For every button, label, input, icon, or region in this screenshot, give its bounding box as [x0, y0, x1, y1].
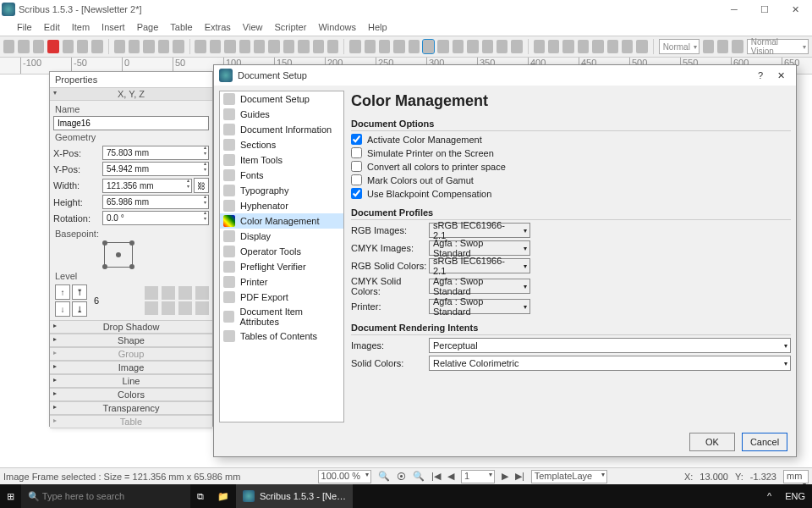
story-editor-icon[interactable] — [437, 40, 448, 53]
spiral-icon[interactable] — [313, 40, 324, 53]
xpos-input[interactable]: 75.803 mm — [102, 146, 209, 160]
unlink-frame-icon[interactable] — [467, 40, 478, 53]
nav-preflight[interactable]: Preflight Verifier — [220, 259, 343, 274]
close-button[interactable]: ✕ — [780, 0, 810, 19]
ok-button[interactable]: OK — [689, 433, 735, 451]
group-image[interactable]: Image — [50, 361, 212, 374]
nav-hyphenator[interactable]: Hyphenator — [220, 198, 343, 213]
preflight-icon[interactable] — [77, 40, 88, 53]
menu-insert[interactable]: Insert — [102, 22, 125, 32]
rotate-icon[interactable] — [393, 40, 404, 53]
zoom-icon[interactable] — [409, 40, 420, 53]
select-intent-solid[interactable]: Relative Colorimetric — [429, 356, 791, 371]
select-rgb-images[interactable]: sRGB IEC61966-2.1 — [429, 223, 530, 238]
flip-v-icon[interactable] — [195, 286, 209, 300]
pdf-check-icon[interactable] — [548, 40, 559, 53]
paste-icon[interactable] — [173, 40, 184, 53]
taskbar-app[interactable]: Scribus 1.5.3 - [Ne… — [236, 484, 353, 508]
zoom-in-icon[interactable]: 🔍 — [413, 471, 425, 482]
ypos-input[interactable]: 54.942 mm — [102, 162, 209, 176]
copy-props-icon[interactable] — [497, 40, 508, 53]
nav-document-setup[interactable]: Document Setup — [220, 91, 343, 107]
no-print-icon[interactable] — [178, 301, 192, 315]
polygon-icon[interactable] — [298, 40, 309, 53]
next-page-icon[interactable]: ▶ — [502, 471, 508, 482]
line-icon[interactable] — [327, 40, 338, 53]
menu-table[interactable]: Table — [170, 22, 192, 32]
select-cmyk-images[interactable]: Agfa : Swop Standard — [429, 240, 530, 256]
lock-icon[interactable] — [145, 301, 158, 315]
group-icon[interactable] — [145, 286, 158, 300]
nav-toc[interactable]: Tables of Contents — [220, 329, 343, 344]
close-icon[interactable] — [47, 40, 58, 53]
eyedropper-icon[interactable] — [511, 40, 522, 53]
menu-help[interactable]: Help — [368, 22, 387, 32]
move-up-button[interactable]: ↑ — [55, 284, 70, 300]
calligraphic-icon[interactable] — [379, 40, 390, 53]
checkbox-simulate-printer[interactable] — [351, 147, 362, 158]
group-drop-shadow[interactable]: Drop Shadow — [50, 320, 212, 334]
visual-combo[interactable]: Normal Vision — [747, 39, 809, 54]
quality-combo[interactable]: Normal — [659, 39, 700, 54]
zoom-reset-icon[interactable]: ⦿ — [397, 472, 406, 482]
checkbox-convert-colors[interactable] — [351, 161, 362, 172]
width-input[interactable]: 121.356 mm — [102, 179, 192, 193]
menu-scripter[interactable]: Scripter — [274, 22, 306, 32]
nav-guides[interactable]: Guides — [220, 107, 343, 122]
nav-sections[interactable]: Sections — [220, 137, 343, 152]
checkbox-activate-cm[interactable] — [351, 134, 362, 145]
nav-display[interactable]: Display — [220, 229, 343, 244]
basepoint-selector[interactable] — [104, 242, 133, 268]
open-icon[interactable] — [18, 40, 29, 53]
pdf-annot-icon[interactable] — [607, 40, 618, 53]
pdf-text-icon[interactable] — [562, 40, 573, 53]
search-input-taskbar[interactable]: 🔍 Type here to search — [21, 484, 190, 508]
link-wh-icon[interactable]: ⛓ — [194, 178, 209, 193]
ungroup-icon[interactable] — [162, 286, 175, 300]
measure-icon[interactable] — [482, 40, 493, 53]
print-icon[interactable] — [63, 40, 74, 53]
nav-printer[interactable]: Printer — [220, 274, 343, 290]
redo-icon[interactable] — [129, 40, 140, 53]
start-button[interactable]: ⊞ — [0, 484, 21, 508]
menu-extras[interactable]: Extras — [205, 22, 231, 32]
menu-item[interactable]: Item — [72, 22, 90, 32]
image-frame-icon[interactable] — [224, 40, 235, 53]
pdf-icon[interactable] — [91, 40, 102, 53]
link-frame-icon[interactable] — [453, 40, 464, 53]
name-input[interactable] — [53, 116, 209, 130]
maximize-button[interactable]: ☐ — [749, 0, 780, 19]
group-line[interactable]: Line — [50, 374, 212, 388]
render-frame-icon[interactable] — [239, 40, 250, 53]
folder-icon[interactable]: 📁 — [211, 484, 236, 508]
first-page-icon[interactable]: |◀ — [431, 471, 441, 482]
task-view-icon[interactable]: ⧉ — [190, 484, 211, 508]
menu-page[interactable]: Page — [137, 22, 159, 32]
select-printer-profile[interactable]: Agfa : Swop Standard — [429, 299, 530, 314]
menu-file[interactable]: File — [17, 22, 32, 32]
menu-edit[interactable]: Edit — [44, 22, 60, 32]
group-colors[interactable]: Colors — [50, 388, 212, 401]
select-intent-images[interactable]: Perceptual — [429, 338, 791, 353]
freehand-icon[interactable] — [365, 40, 376, 53]
table-icon[interactable] — [254, 40, 265, 53]
last-page-icon[interactable]: ▶| — [515, 471, 524, 482]
text-frame-icon[interactable] — [210, 40, 221, 53]
pdf-field-icon[interactable] — [534, 40, 545, 53]
shape-icon[interactable] — [268, 40, 279, 53]
pdf-3d-icon[interactable] — [636, 40, 647, 53]
cancel-button[interactable]: Cancel — [742, 433, 787, 451]
bezier-icon[interactable] — [349, 40, 360, 53]
select-icon[interactable] — [195, 40, 206, 53]
flip-h-icon[interactable] — [178, 286, 192, 300]
group-shape[interactable]: Shape — [50, 334, 212, 347]
minimize-button[interactable]: ─ — [719, 0, 749, 19]
layer-combo[interactable]: TemplateLaye — [531, 470, 607, 483]
undo-icon[interactable] — [114, 40, 125, 53]
select-cmyk-solid[interactable]: Agfa : Swop Standard — [429, 279, 530, 294]
pdf-combo-icon[interactable] — [578, 40, 589, 53]
tray-chevron-icon[interactable]: ^ — [760, 484, 778, 508]
zoom-out-icon[interactable]: 🔍 — [378, 471, 390, 482]
new-icon[interactable] — [3, 40, 14, 53]
height-input[interactable]: 65.986 mm — [102, 195, 209, 209]
